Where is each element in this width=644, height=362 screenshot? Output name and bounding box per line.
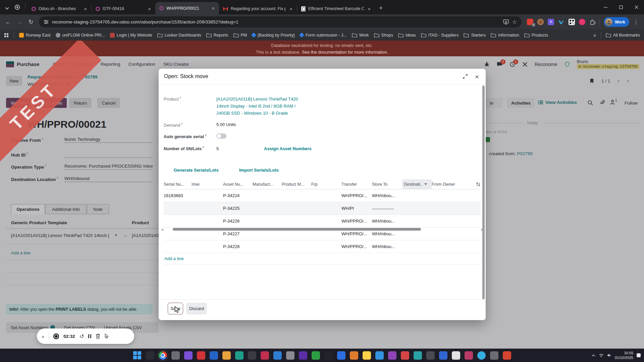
profile-chip[interactable]: Work [604, 17, 629, 27]
taskbar-app-icon[interactable] [350, 351, 358, 360]
serial-row[interactable]: 16163683 P-34224 WH/PPRO/... WH/Inbou... [164, 189, 481, 202]
bookmark-backlog[interactable]: [Backlog by Priority] [252, 33, 294, 38]
attachment-icon[interactable] [600, 100, 605, 106]
bookmark-folder-ideas[interactable]: Ideas [398, 33, 416, 38]
taskbar-app-icon[interactable] [248, 351, 256, 360]
site-settings-icon[interactable] [44, 19, 49, 24]
serial-row[interactable]: P-34226 WH/PPRO/... WH/Inbou... [164, 215, 481, 228]
recorder-pause-icon[interactable] [88, 334, 91, 338]
tab-additional-info[interactable]: Additional Info [45, 204, 87, 214]
activities-tab[interactable]: Activities [507, 98, 535, 108]
bookmark-folder-work[interactable]: Work [352, 33, 369, 38]
cell-store-to[interactable]: WH/Inbou... [372, 189, 402, 202]
cell-asset[interactable]: P-34224 [223, 189, 253, 202]
taskbar-app-icon[interactable] [146, 351, 154, 360]
store-to-input[interactable] [372, 208, 394, 209]
taskbar-app-icon[interactable] [171, 351, 180, 360]
bookmark-folder-products[interactable]: Products [524, 33, 548, 38]
taskbar-app-icon[interactable] [197, 351, 205, 360]
debug-bug-icon[interactable] [484, 62, 489, 67]
forward-icon[interactable]: → [15, 17, 24, 27]
auto-generate-serial-toggle[interactable] [216, 133, 226, 139]
vimeo-extension-icon[interactable] [558, 19, 565, 25]
browser-tab-timesheet[interactable]: Efficient Timesheet Barcode Op × [297, 3, 375, 14]
view-activities-link[interactable]: View Activities [538, 100, 577, 105]
modal-vertical-scrollbar[interactable] [482, 85, 485, 299]
discard-button[interactable]: Discard [186, 303, 207, 314]
bookmark-record-icon[interactable] [590, 78, 594, 83]
horizontal-scrollbar[interactable]: ◂ ▸ [161, 227, 483, 232]
new-tab-button[interactable]: + [375, 4, 387, 12]
tab-close-icon[interactable]: × [83, 6, 88, 12]
cell-transfer[interactable]: WH/PPRO/... [341, 215, 372, 227]
operation-type-field[interactable]: Reconome: Purchased PROCESSING Inbound [64, 164, 153, 170]
col-frp[interactable]: Frp [311, 179, 341, 189]
browser-tab-gmail[interactable]: Regarding your account: Fix po × [219, 3, 297, 14]
bookmark-uniflow[interactable]: uniFLOW Online PRI... [56, 33, 105, 38]
bookmark-folder-looker[interactable]: Looker Dashboards [157, 33, 201, 38]
bookmark-star-icon[interactable]: ☆ [512, 19, 517, 25]
taskbar-app-icon[interactable] [414, 351, 422, 360]
created-from-link[interactable]: P02799 [517, 151, 533, 156]
assign-asset-numbers-link[interactable]: Assign Asset Numbers [264, 146, 312, 151]
taskbar-app-icon[interactable] [261, 351, 269, 360]
taskbar-app-icon[interactable] [490, 351, 498, 360]
number-of-sn-lots-field[interactable]: 5 [216, 146, 219, 151]
taskbar-app-icon[interactable] [439, 351, 447, 360]
bookmark-folder-shops[interactable]: Shops [374, 33, 393, 38]
col-asset-number[interactable]: Asset Nu... [223, 179, 253, 189]
bookmarks-overflow-icon[interactable]: » [593, 33, 596, 38]
window-close-button[interactable] [629, 0, 644, 14]
taskbar-app-icon[interactable] [388, 351, 396, 360]
serial-row[interactable]: P-34228 WH/PPRO/... WH/Inbou... [164, 240, 481, 253]
taskbar-app-icon[interactable] [426, 351, 435, 360]
tab-search-icon[interactable] [5, 5, 9, 10]
col-manufacturer[interactable]: Manufact... [253, 179, 282, 189]
recorder-cursor-icon[interactable] [105, 334, 109, 339]
destination-location-field[interactable]: WH/Inbound [64, 176, 153, 182]
recorder-collapse-icon[interactable]: « [42, 334, 44, 339]
bookmark-login-website[interactable]: Login | My Website [110, 33, 152, 38]
ops-row-product[interactable]: [A1A10201A0 [132, 233, 159, 238]
tab-operations[interactable]: Operations [11, 204, 45, 214]
receive-from-field[interactable]: Ikonic Technology [64, 137, 153, 143]
tab-close-icon[interactable]: × [211, 5, 216, 11]
import-serials-link[interactable]: Import Serials/Lots [239, 168, 279, 173]
taskbar-app-icon[interactable] [477, 351, 486, 360]
taskbar-app-icon[interactable] [503, 351, 511, 360]
product-link[interactable]: [A1A10201A011B] Lenovo ThinkPad T420 14i… [216, 96, 303, 117]
company-name[interactable]: Reconome [535, 62, 557, 67]
user-menu[interactable]: Bruno ≡reconome-staging-23754705 [577, 59, 639, 69]
url-text[interactable]: reconome-staging-23754705.dev.odoo.com/o… [52, 19, 500, 24]
app-name[interactable]: Purchase [17, 61, 40, 67]
col-serial-number[interactable]: Serial Nu... [164, 179, 192, 189]
taskbar-app-icon[interactable] [286, 351, 294, 360]
record-indicator-icon[interactable] [53, 334, 59, 339]
messages-icon[interactable]: 2 [497, 62, 502, 67]
col-store-to[interactable]: Store To [372, 179, 402, 189]
menu-sku-creator[interactable]: SKU Creator [159, 62, 193, 67]
taskbar-clock[interactable]: 16:55 01/10/2025 [615, 351, 633, 360]
pager-prev-icon[interactable]: ‹ [618, 77, 620, 84]
menu-reporting[interactable]: Reporting [97, 62, 124, 67]
cell-serial[interactable]: 16163683 [164, 189, 192, 202]
taskbar-explorer-icon[interactable] [363, 351, 371, 360]
apps-grid-icon[interactable] [4, 33, 9, 38]
col-transfer[interactable]: Transfer [341, 179, 372, 189]
col-product-model[interactable]: Product M... [282, 179, 311, 189]
taskbar-app-icon[interactable] [324, 351, 333, 360]
taskbar-app-icon[interactable] [452, 351, 460, 360]
bookmark-folder-information[interactable]: Information [491, 33, 519, 38]
recorder-restart-icon[interactable]: ↺ [79, 333, 84, 340]
col-from-owner[interactable]: From Owner [432, 179, 468, 189]
taskbar-app-icon[interactable] [375, 351, 384, 360]
wifi-icon[interactable] [599, 354, 604, 357]
taskbar-app-icon[interactable] [210, 351, 218, 360]
expand-dialog-icon[interactable] [463, 74, 468, 79]
generate-serials-link[interactable]: Generate Serials/Lots [174, 168, 219, 173]
follow-button[interactable]: Follow [625, 101, 638, 106]
start-button[interactable] [133, 351, 142, 360]
col-imei[interactable]: Imei [192, 179, 223, 189]
column-generic-product-template[interactable]: Generic Product Template [11, 220, 67, 225]
tray-chevron-icon[interactable] [592, 354, 595, 357]
